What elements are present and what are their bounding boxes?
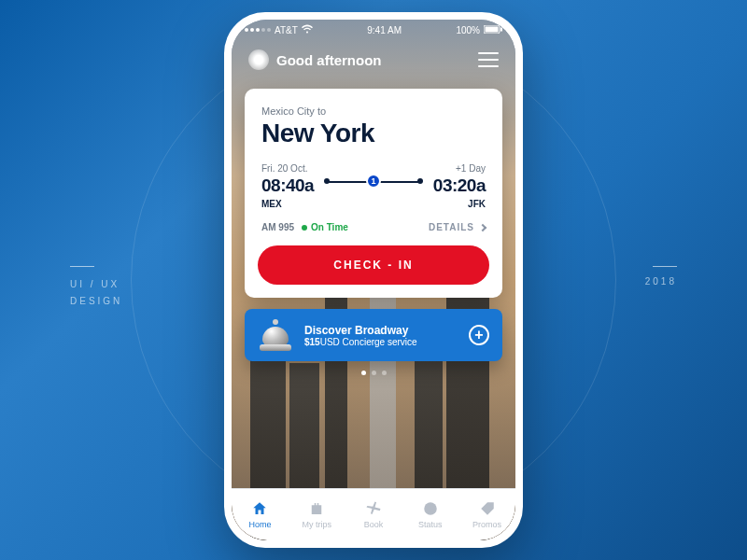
promo-subtitle: Concierge service xyxy=(340,337,417,347)
screen: AT&T 9:41 AM 100% Good afternoon xyxy=(232,20,515,540)
tab-promos[interactable]: Promos xyxy=(458,489,515,540)
tab-my-trips[interactable]: My trips xyxy=(289,489,345,540)
home-icon xyxy=(251,500,268,517)
tab-home[interactable]: Home xyxy=(232,489,289,540)
app-header: Good afternoon xyxy=(232,40,515,76)
check-in-button[interactable]: CHECK - IN xyxy=(258,245,489,285)
plane-icon xyxy=(365,500,382,517)
tag-icon xyxy=(479,500,496,517)
phone-frame: AT&T 9:41 AM 100% Good afternoon xyxy=(224,12,523,548)
suitcase-icon xyxy=(308,500,325,517)
brand-logo-icon xyxy=(248,49,269,70)
trip-card: Mexico City to New York Fri. 20 Oct. 08:… xyxy=(245,89,502,298)
destination-label: New York xyxy=(261,119,486,148)
signal-icon xyxy=(245,28,271,32)
decoration-left: UI / UX DESIGN xyxy=(70,266,122,310)
tab-status[interactable]: Status xyxy=(402,489,458,540)
stops-badge: 1 xyxy=(366,174,381,189)
arrival-date: +1 Day xyxy=(433,163,486,174)
arrival-block: +1 Day 03:20a JFK xyxy=(433,163,486,209)
tab-bar: Home My trips Book Status Promos xyxy=(232,488,515,540)
page-indicator xyxy=(245,371,502,375)
departure-date: Fri. 20 Oct. xyxy=(261,163,314,174)
wifi-icon xyxy=(302,24,313,35)
greeting-label: Good afternoon xyxy=(276,52,382,68)
clock: 9:41 AM xyxy=(367,25,402,35)
departure-airport: MEX xyxy=(261,199,314,209)
bell-icon xyxy=(258,319,293,351)
decoration-right: 2018 xyxy=(645,266,677,287)
menu-icon[interactable] xyxy=(478,52,499,67)
origin-label: Mexico City to xyxy=(261,105,486,117)
promo-card[interactable]: Discover Broadway $15USD Concierge servi… xyxy=(245,309,502,361)
promo-price: $15 xyxy=(304,337,320,347)
svg-rect-1 xyxy=(485,26,498,32)
arrival-airport: JFK xyxy=(433,199,486,209)
arrival-time: 03:20a xyxy=(433,175,486,196)
battery-icon xyxy=(484,25,502,35)
add-promo-button[interactable]: + xyxy=(469,325,489,345)
flight-timeline: 1 xyxy=(327,165,420,197)
promo-title: Discover Broadway xyxy=(304,324,417,337)
departure-block: Fri. 20 Oct. 08:40a MEX xyxy=(261,163,314,209)
carrier-label: AT&T xyxy=(275,25,298,35)
status-bar: AT&T 9:41 AM 100% xyxy=(232,20,515,40)
tab-book[interactable]: Book xyxy=(345,489,402,540)
promo-text: Discover Broadway $15USD Concierge servi… xyxy=(304,324,417,347)
clock-icon xyxy=(422,500,439,517)
svg-rect-2 xyxy=(500,27,502,31)
battery-label: 100% xyxy=(456,25,480,35)
chevron-right-icon xyxy=(479,223,486,231)
details-button[interactable]: DETAILS xyxy=(429,222,486,232)
departure-time: 08:40a xyxy=(261,175,314,196)
promo-currency: USD xyxy=(320,337,340,347)
flight-status: On Time xyxy=(302,222,348,232)
flight-number: AM 995 xyxy=(261,222,294,232)
svg-point-4 xyxy=(488,505,490,507)
